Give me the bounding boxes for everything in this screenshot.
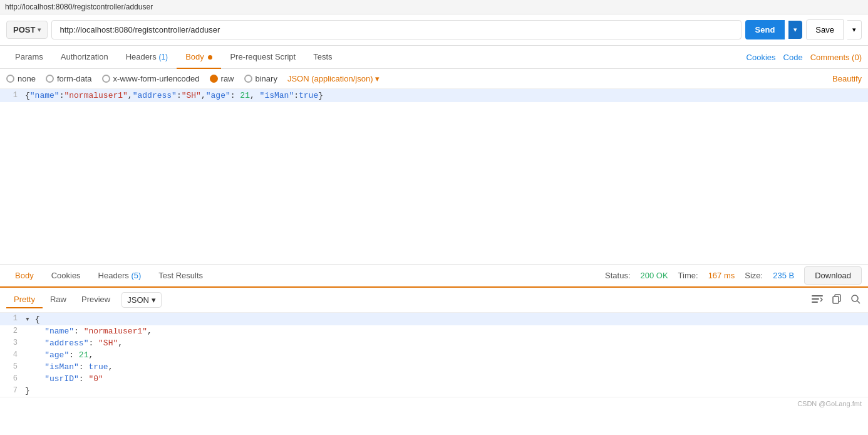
resp-line-num-6: 6 — [0, 373, 23, 384]
svg-rect-0 — [812, 295, 823, 296]
radio-binary[interactable]: binary — [244, 74, 277, 83]
radio-form-data[interactable]: form-data — [46, 74, 92, 83]
status-value: 200 OK — [641, 271, 668, 280]
radio-urlencoded-circle — [102, 75, 110, 83]
body-dot-icon — [208, 55, 212, 60]
url-bar: POST ▾ Send ▾ Save ▾ — [0, 14, 868, 46]
radio-binary-circle — [244, 75, 252, 83]
code-line-1: 1 {"name":"normaluser1","address":"SH","… — [0, 89, 868, 102]
time-label: Time: — [678, 271, 698, 280]
resp-line-7: 7 } — [0, 385, 868, 397]
svg-rect-1 — [812, 298, 819, 300]
send-button[interactable]: Send — [745, 20, 785, 39]
title-url: http://localhost:8080/registcontroller/a… — [5, 3, 153, 11]
resp-line-2: 2 "name": "normaluser1", — [0, 325, 868, 337]
fmt-json-select[interactable]: JSON ▾ — [121, 292, 162, 308]
tab-tests[interactable]: Tests — [304, 46, 341, 69]
footer-text: CSDN @GoLang.fmt — [797, 400, 862, 407]
body-options-right: Beautify — [832, 74, 862, 83]
radio-urlencoded[interactable]: x-www-form-urlencoded — [102, 74, 200, 83]
svg-rect-2 — [812, 301, 818, 303]
resp-line-1: 1 ▾ { — [0, 313, 868, 325]
tab-headers[interactable]: Headers (1) — [117, 46, 177, 69]
resp-line-6: 6 "usrID": "0" — [0, 373, 868, 385]
resp-line-num-4: 4 — [0, 349, 23, 360]
tab-body[interactable]: Body — [177, 46, 221, 69]
size-value: 235 B — [773, 271, 794, 280]
beautify-btn[interactable]: Beautify — [832, 74, 862, 83]
resp-line-content-5: "isMan": true, — [23, 361, 115, 373]
resp-tab-test-results[interactable]: Test Results — [150, 265, 212, 288]
radio-none-circle — [6, 75, 14, 83]
resp-tab-body[interactable]: Body — [6, 265, 43, 288]
tab-pre-request-script[interactable]: Pre-request Script — [221, 46, 304, 69]
json-type-chevron-icon: ▾ — [375, 74, 380, 83]
title-bar: http://localhost:8080/registcontroller/a… — [0, 0, 868, 14]
comments-link[interactable]: Comments (0) — [810, 53, 862, 62]
status-info: Status: 200 OK Time: 167 ms Size: 235 B … — [605, 266, 862, 285]
method-chevron-icon: ▾ — [38, 26, 41, 33]
radio-raw-circle — [210, 75, 218, 83]
status-label: Status: — [605, 271, 630, 280]
resp-line-content-6: "usrID": "0" — [23, 373, 106, 385]
time-value: 167 ms — [708, 271, 735, 280]
fmt-json-chevron-icon: ▾ — [152, 295, 156, 305]
resp-line-5: 5 "isMan": true, — [0, 361, 868, 373]
tab-authorization[interactable]: Authorization — [52, 46, 117, 69]
wrap-lines-icon[interactable] — [810, 293, 824, 307]
response-tabs-row: Body Cookies Headers (5) Test Results St… — [0, 265, 868, 288]
headers-badge: (1) — [158, 53, 168, 61]
method-select[interactable]: POST ▾ — [6, 21, 48, 39]
resp-tab-cookies[interactable]: Cookies — [43, 265, 90, 288]
resp-line-content-3: "address": "SH", — [23, 337, 125, 349]
svg-point-5 — [852, 295, 858, 301]
resp-headers-badge: (5) — [131, 271, 141, 280]
radio-raw[interactable]: raw — [210, 74, 234, 83]
code-link[interactable]: Code — [783, 53, 803, 62]
url-input[interactable] — [51, 20, 741, 39]
resp-line-num-2: 2 — [0, 325, 23, 337]
method-label: POST — [13, 25, 35, 34]
response-code: 1 ▾ { 2 "name": "normaluser1", 3 "addres… — [0, 313, 868, 397]
resp-line-content-1: ▾ { — [23, 313, 42, 325]
svg-rect-4 — [833, 296, 839, 303]
response-footer: CSDN @GoLang.fmt — [0, 397, 868, 410]
radio-form-data-circle — [46, 75, 54, 83]
resp-line-content-4: "age": 21, — [23, 349, 96, 361]
resp-line-num-1: 1 — [0, 313, 23, 324]
resp-line-num-3: 3 — [0, 337, 23, 349]
resp-line-num-7: 7 — [0, 385, 23, 396]
svg-line-6 — [857, 301, 860, 303]
line-number-1: 1 — [0, 89, 23, 102]
body-options-row: none form-data x-www-form-urlencoded raw… — [0, 69, 868, 89]
radio-none[interactable]: none — [6, 74, 36, 83]
copy-icon[interactable] — [830, 293, 843, 307]
resp-line-content-7: } — [23, 385, 33, 397]
save-button[interactable]: Save — [806, 19, 844, 40]
response-icons — [810, 293, 862, 307]
download-button[interactable]: Download — [804, 266, 862, 285]
resp-line-num-5: 5 — [0, 361, 23, 372]
cookies-link[interactable]: Cookies — [747, 53, 776, 62]
resp-line-4: 4 "age": 21, — [0, 349, 868, 361]
tab-params[interactable]: Params — [6, 46, 52, 69]
line-content-1: {"name":"normaluser1","address":"SH","ag… — [23, 89, 868, 102]
request-tabs-row: Params Authorization Headers (1) Body Pr… — [0, 46, 868, 69]
response-format-row: Pretty Raw Preview JSON ▾ — [0, 288, 868, 313]
save-dropdown-button[interactable]: ▾ — [847, 20, 862, 39]
response-section: Body Cookies Headers (5) Test Results St… — [0, 265, 868, 410]
fmt-tab-raw[interactable]: Raw — [43, 291, 74, 308]
resp-tab-headers[interactable]: Headers (5) — [90, 265, 150, 288]
request-code-editor[interactable]: 1 {"name":"normaluser1","address":"SH","… — [0, 89, 868, 265]
resp-line-3: 3 "address": "SH", — [0, 337, 868, 349]
tabs-right-actions: Cookies Code Comments (0) — [747, 53, 862, 62]
send-dropdown-button[interactable]: ▾ — [788, 21, 802, 39]
resp-line-content-2: "name": "normaluser1", — [23, 325, 155, 337]
json-type-select[interactable]: JSON (application/json) ▾ — [287, 74, 380, 83]
fmt-tab-pretty[interactable]: Pretty — [6, 291, 43, 308]
search-icon[interactable] — [849, 293, 862, 307]
fmt-tab-preview[interactable]: Preview — [74, 291, 118, 308]
size-label: Size: — [745, 271, 763, 280]
